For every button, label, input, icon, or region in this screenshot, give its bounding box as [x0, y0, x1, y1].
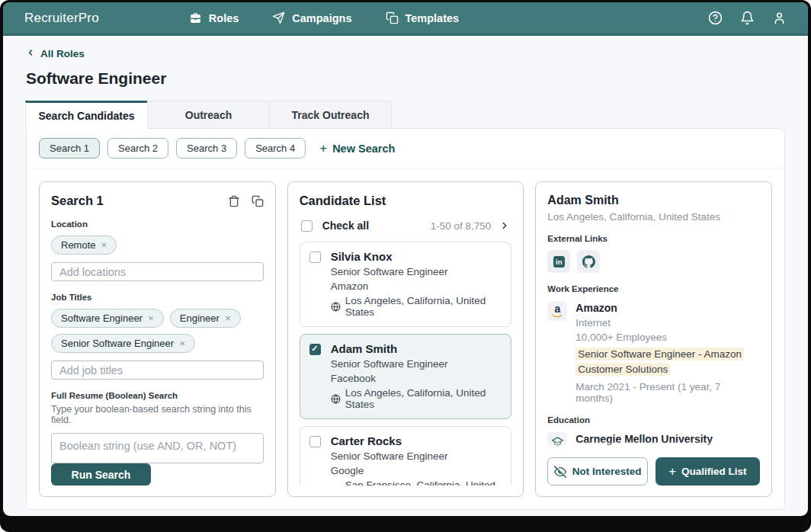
help-icon[interactable] — [708, 11, 723, 25]
check-all-checkbox[interactable] — [301, 220, 313, 232]
run-search-button[interactable]: Run Search — [51, 463, 151, 486]
candidate-title: Senior Software Engineer — [331, 266, 502, 277]
tab[interactable]: Outreach — [147, 101, 270, 129]
education-school: Carnegie Mellon University — [575, 433, 713, 445]
remove-tag-icon[interactable]: × — [148, 313, 154, 324]
education-entry: Carnegie Mellon University 2014 - 2015 B… — [547, 432, 760, 450]
check-all-label: Check all — [322, 220, 369, 232]
add-job-titles-input[interactable] — [51, 361, 264, 380]
candidate-card[interactable]: Adam Smith Senior Software Engineer Face… — [300, 334, 512, 419]
candidate-company: Amazon — [331, 280, 502, 292]
nav-item-templates[interactable]: Templates — [386, 11, 460, 24]
brand-logo: RecruiterPro — [24, 11, 99, 26]
top-nav: RecruiterPro Roles Campaigns Templates — [3, 2, 808, 36]
candidate-title: Senior Software Engineer — [331, 450, 502, 462]
job-title-tag[interactable]: Software Engineer × — [51, 309, 164, 328]
plus-icon: + — [319, 142, 327, 155]
not-interested-button[interactable]: Not Interested — [547, 457, 647, 486]
candidate-list-title: Candidate List — [300, 194, 512, 208]
job-titles-label: Job Titles — [51, 293, 264, 302]
work-company: Amazon — [575, 302, 760, 314]
job-title-tag[interactable]: Senior Software Engineer × — [51, 334, 195, 353]
candidate-name: Carter Rocks — [331, 434, 502, 447]
detail-body: Adam Smith Los Angeles, California, Unit… — [547, 194, 760, 450]
eye-off-icon — [554, 466, 566, 478]
boolean-search-label: Full Resume (Boolean) Search — [51, 391, 264, 400]
globe-icon — [331, 302, 341, 312]
github-icon[interactable] — [577, 250, 600, 273]
nav-items: Roles Campaigns Templates — [189, 11, 459, 24]
search-criteria-panel: Search 1 Location — [39, 181, 276, 497]
candidate-cards: Silvia Knox Senior Software Engineer Ama… — [300, 242, 512, 486]
saved-search-pill[interactable]: Search 2 — [107, 138, 168, 159]
candidate-card[interactable]: Carter Rocks Senior Software Engineer Go… — [300, 426, 512, 486]
breadcrumb-all-roles[interactable]: All Roles — [26, 48, 85, 59]
work-experience-entry: a Amazon Internet 10,000+ Employees Seni… — [547, 301, 760, 404]
remove-tag-icon[interactable]: × — [101, 240, 107, 251]
send-icon — [272, 11, 285, 24]
saved-search-pill[interactable]: Search 1 — [39, 138, 100, 159]
nav-item-campaigns[interactable]: Campaigns — [272, 11, 351, 24]
candidate-checkbox[interactable] — [309, 436, 321, 447]
candidate-info: Carter Rocks Senior Software Engineer Go… — [331, 434, 502, 486]
candidate-info: Silvia Knox Senior Software Engineer Ama… — [331, 250, 502, 318]
candidate-title: Senior Software Engineer — [331, 358, 502, 370]
pages-icon — [386, 11, 399, 24]
check-all-row: Check all 1-50 of 8,750 — [300, 220, 512, 232]
candidate-checkbox[interactable] — [309, 344, 321, 355]
window-frame: RecruiterPro Roles Campaigns Templates — [0, 0, 811, 532]
work-title-highlight: Senior Software Engineer - Amazon Custom… — [575, 347, 760, 378]
detail-candidate-name: Adam Smith — [547, 194, 760, 207]
location-tag[interactable]: Remote × — [51, 236, 117, 255]
job-title-tag[interactable]: Engineer × — [170, 309, 241, 328]
duplicate-search-copy-icon[interactable] — [252, 195, 264, 207]
boolean-search-helper: Type your boolean-based search string in… — [51, 404, 264, 425]
search-panel-title: Search 1 — [51, 194, 104, 208]
saved-searches-row: Search 1 Search 2 Search 3 Search 4 + Ne… — [27, 129, 784, 168]
nav-right — [708, 11, 787, 25]
remove-tag-icon[interactable]: × — [225, 313, 231, 324]
boolean-search-textarea[interactable] — [51, 433, 264, 463]
notifications-bell-icon[interactable] — [740, 11, 755, 25]
plus-icon: + — [668, 465, 676, 478]
tab[interactable]: Track Outreach — [269, 101, 392, 129]
amazon-logo-icon: a — [547, 301, 567, 321]
qualified-list-button[interactable]: + Qualified List — [656, 457, 760, 486]
candidate-location: San Fransisco, California, United States — [331, 479, 502, 486]
delete-search-trash-icon[interactable] — [228, 195, 240, 207]
candidate-location: Los Angeles, California, United States — [331, 387, 502, 410]
app-screen: RecruiterPro Roles Campaigns Templates — [3, 2, 808, 516]
pagination-range: 1-50 of 8,750 — [431, 220, 492, 232]
candidate-company: Google — [331, 465, 502, 476]
detail-footer: Not Interested + Qualified List — [547, 457, 760, 486]
candidate-company: Facebook — [331, 373, 502, 384]
saved-search-pill[interactable]: Search 3 — [176, 138, 237, 159]
candidate-card[interactable]: Silvia Knox Senior Software Engineer Ama… — [300, 242, 512, 327]
external-links: in — [547, 250, 760, 273]
candidate-detail-panel: Adam Smith Los Angeles, California, Unit… — [535, 181, 772, 497]
tab-bar: Search Candidates Outreach Track Outreac… — [26, 101, 785, 129]
nav-item-roles[interactable]: Roles — [189, 11, 239, 24]
three-column-layout: Search 1 Location — [27, 168, 784, 509]
account-user-icon[interactable] — [772, 11, 787, 25]
linkedin-icon[interactable]: in — [547, 250, 570, 273]
candidate-name: Adam Smith — [331, 342, 502, 355]
saved-search-pills: Search 1 Search 2 Search 3 Search 4 — [39, 138, 306, 159]
remove-tag-icon[interactable]: × — [179, 338, 185, 349]
new-search-button[interactable]: + New Search — [319, 142, 395, 155]
chevron-left-icon — [26, 48, 35, 59]
education-label: Education — [547, 415, 760, 425]
search-panel-actions — [228, 195, 264, 207]
search-panel-header: Search 1 — [51, 194, 264, 208]
add-locations-input[interactable] — [51, 262, 264, 281]
location-tags: Remote × — [51, 236, 264, 255]
candidate-checkbox[interactable] — [309, 252, 321, 263]
next-page-chevron-icon[interactable] — [499, 220, 510, 231]
graduation-cap-icon — [547, 432, 567, 450]
globe-icon — [331, 394, 341, 404]
page-title: Software Engineer — [26, 69, 785, 88]
candidate-info: Adam Smith Senior Software Engineer Face… — [331, 342, 502, 410]
location-label: Location — [51, 220, 264, 229]
tab[interactable]: Search Candidates — [25, 101, 148, 129]
saved-search-pill[interactable]: Search 4 — [245, 138, 306, 159]
